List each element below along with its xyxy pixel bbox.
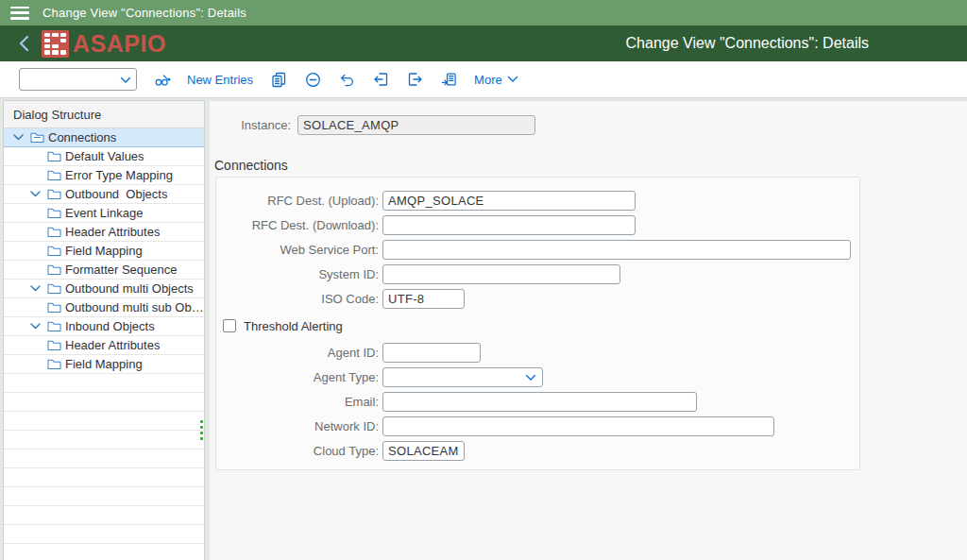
chevron-down-icon[interactable] [30, 285, 47, 292]
folder-icon [47, 282, 63, 295]
tree-empty-row [4, 393, 204, 412]
folder-icon [47, 339, 63, 351]
tree-item-outbound-objects[interactable]: Outbound Objects [4, 185, 204, 204]
rfc-dest-upload-label: RFC Dest. (Upload): [216, 194, 379, 208]
cloud-type-input[interactable] [382, 441, 465, 461]
agent-type-select[interactable] [382, 367, 543, 387]
folder-icon [47, 169, 63, 181]
folder-icon [47, 245, 63, 257]
top-status-bar: Change View "Connections": Details [0, 0, 967, 25]
chevron-down-icon [507, 76, 518, 83]
display-change-icon[interactable] [155, 72, 171, 88]
tree-item-error-type-mapping[interactable]: Error Type Mapping [4, 166, 204, 185]
tree-item-event-linkage[interactable]: Event Linkage [4, 204, 204, 223]
agent-type-label: Agent Type: [216, 370, 379, 384]
topbar-title: Change View "Connections": Details [42, 6, 246, 20]
iso-code-label: ISO Code: [216, 292, 379, 306]
folder-icon [47, 188, 63, 200]
tree-item-outbound-multi-objects[interactable]: Outbound multi Objects [4, 280, 204, 298]
email-label: Email: [216, 395, 379, 409]
threshold-alerting-checkbox[interactable] [223, 319, 236, 332]
app-header: ASAPIO Change View "Connections": Detail… [0, 25, 967, 61]
chevron-left-icon [19, 35, 30, 52]
instance-label: Instance: [210, 118, 291, 132]
folder-icon [47, 263, 63, 276]
tree-item-inbound-objects[interactable]: Inbound Objects [4, 317, 204, 336]
new-entries-button[interactable]: New Entries [187, 73, 253, 87]
tree-empty-row [4, 487, 204, 506]
chevron-down-icon [525, 374, 536, 382]
folder-icon [47, 320, 63, 332]
menu-icon[interactable] [10, 7, 29, 20]
tree-item-formatter-sequence[interactable]: Formatter Sequence [4, 261, 204, 280]
tree-empty-row [4, 374, 204, 393]
details-panel: Instance: Connections RFC Dest. (Upload)… [210, 100, 967, 560]
rfc-dest-upload-input[interactable] [382, 191, 636, 211]
tree-item-default-values[interactable]: Default Values [4, 147, 204, 166]
more-label: More [474, 73, 502, 87]
back-icon[interactable] [373, 72, 389, 88]
folder-icon [47, 358, 63, 370]
page-title: Change View "Connections": Details [626, 35, 869, 52]
dialog-structure-root-icon [30, 131, 46, 144]
table-view-icon[interactable] [441, 72, 457, 88]
cloud-type-label: Cloud Type: [216, 444, 379, 458]
content-area: Dialog Structure Connections Default Val… [0, 98, 967, 560]
agent-id-label: Agent ID: [216, 346, 379, 360]
asapio-logo-icon [42, 30, 69, 58]
connections-groupbox: RFC Dest. (Upload): RFC Dest. (Download)… [215, 177, 860, 470]
command-field[interactable] [19, 68, 137, 91]
connections-section-title: Connections [214, 158, 967, 173]
tree-empty-row [4, 506, 204, 525]
instance-input [297, 115, 535, 135]
chevron-down-icon[interactable] [13, 134, 30, 141]
chevron-down-icon[interactable] [30, 191, 47, 197]
dialog-structure-panel: Dialog Structure Connections Default Val… [3, 100, 205, 560]
tree-item-header-attributes[interactable]: Header Attributes [4, 223, 204, 242]
tree-empty-row [4, 525, 204, 544]
network-id-label: Network ID: [216, 419, 379, 433]
tree-empty-row [4, 431, 204, 450]
tree-empty-row [4, 544, 204, 560]
system-id-label: System ID: [216, 267, 379, 281]
tree-empty-row [4, 468, 204, 487]
tree-item-connections[interactable]: Connections [4, 128, 204, 147]
delete-entry-icon[interactable] [305, 72, 321, 88]
folder-icon [47, 301, 63, 314]
iso-code-input[interactable] [382, 289, 465, 309]
tree-item-field-mapping[interactable]: Field Mapping [4, 242, 204, 261]
undo-icon[interactable] [339, 72, 355, 88]
exit-icon[interactable] [407, 72, 423, 88]
tree-empty-row [4, 412, 204, 431]
folder-icon [47, 226, 63, 238]
rfc-dest-download-input[interactable] [382, 215, 636, 235]
chevron-down-icon[interactable] [30, 323, 47, 330]
web-service-port-input[interactable] [382, 240, 851, 260]
tree-empty-row [4, 450, 204, 468]
rfc-dest-download-label: RFC Dest. (Download): [216, 218, 379, 232]
copy-entry-icon[interactable] [271, 72, 287, 88]
folder-icon [47, 150, 63, 162]
splitter-handle[interactable] [199, 420, 204, 440]
threshold-alerting-label[interactable]: Threshold Alerting [244, 319, 343, 333]
network-id-input[interactable] [382, 416, 774, 436]
folder-icon [47, 207, 63, 219]
system-id-input[interactable] [382, 264, 620, 284]
email-input[interactable] [382, 392, 697, 412]
agent-id-input[interactable] [382, 343, 481, 363]
combobox-chevron-icon[interactable] [120, 71, 131, 88]
tree-item-outbound-multi-sub-objects[interactable]: Outbound multi sub Objects [4, 298, 204, 317]
back-button[interactable] [15, 33, 34, 54]
brand-text: ASAPIO [73, 30, 166, 58]
toolbar: New Entries More [0, 61, 967, 98]
more-button[interactable]: More [474, 73, 518, 87]
web-service-port-label: Web Service Port: [216, 243, 379, 257]
tree-item-header-attributes-inbound[interactable]: Header Attributes [4, 336, 204, 355]
command-input[interactable] [20, 69, 120, 90]
tree-item-field-mapping-inbound[interactable]: Field Mapping [4, 355, 204, 374]
dialog-structure-title: Dialog Structure [4, 101, 204, 128]
